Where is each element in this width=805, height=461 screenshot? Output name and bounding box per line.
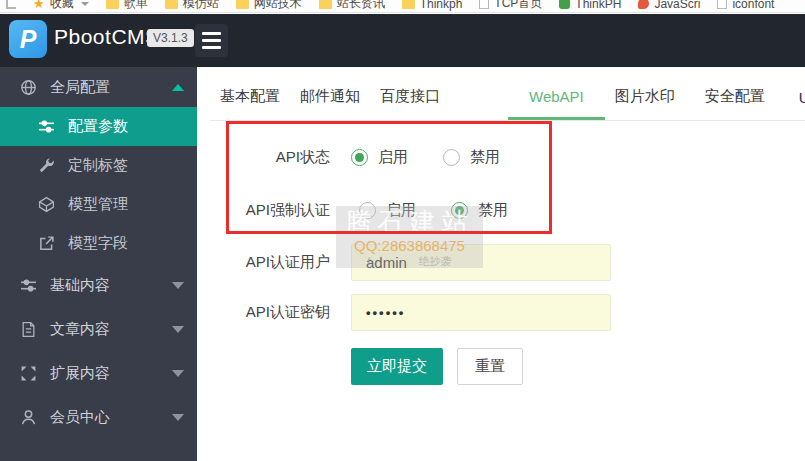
api-force-auth-enable-option[interactable]: 启用 [351, 201, 416, 220]
radio-option-label: 启用 [378, 148, 408, 167]
sidebar-item-global-config[interactable]: 全局配置 [0, 67, 197, 107]
api-status-disable-option[interactable]: 禁用 [443, 148, 500, 167]
api-status-label: API状态 [210, 148, 330, 167]
folder-icon [319, 0, 332, 9]
bookmark-label: 站长资讯 [337, 0, 385, 12]
bookmark-folder[interactable]: Thinkph [402, 0, 463, 11]
model-cube-icon [38, 196, 55, 213]
bookmark-folder[interactable]: 站长资讯 [319, 0, 385, 12]
caret-down-icon [172, 370, 184, 377]
caret-down-icon [172, 414, 184, 421]
sidebar-item-config-params[interactable]: 配置参数 [0, 107, 197, 146]
logo-p-glyph: P [20, 27, 37, 52]
folder-icon [236, 0, 249, 9]
hamburger-icon [202, 32, 221, 35]
browser-bookmarks-bar: ★ 收藏 歌单 模仿站 网站技术 站长资讯 Thinkph TCP首页 [0, 0, 805, 13]
version-badge: V3.1.3 [147, 29, 194, 47]
star-icon: ★ [33, 0, 45, 10]
api-user-row: API认证用户 [210, 244, 805, 281]
tab-basic-config[interactable]: 基本配置 [210, 87, 290, 120]
chevron-down-icon [81, 2, 89, 6]
bookmark-label: 收藏 [50, 0, 74, 12]
wrench-icon [38, 157, 55, 174]
page-icon [717, 0, 727, 9]
site-icon-green [559, 0, 570, 9]
sidebar-item-extend-content[interactable]: 扩展内容 [0, 351, 197, 395]
tab-image-watermark[interactable]: 图片水印 [605, 87, 685, 120]
content-area: 基本配置 邮件通知 百度接口 WebAPI 图片水印 安全配置 U API状态 … [197, 67, 805, 461]
site-icon-red [638, 0, 649, 9]
caret-up-icon [172, 84, 184, 91]
user-icon [20, 409, 37, 426]
sidebar-item-custom-tags[interactable]: 定制标签 [0, 146, 197, 185]
folder-icon [402, 0, 415, 9]
sidebar-item-label: 基础内容 [50, 276, 110, 295]
radio-unchecked-icon[interactable] [443, 149, 460, 166]
bookmark-label: ThinkPH [575, 0, 621, 11]
bookmark-folder[interactable]: 网站技术 [236, 0, 302, 12]
bookmark-label: JavaScri [654, 0, 700, 11]
sliders-icon [38, 118, 55, 135]
document-icon [20, 321, 37, 338]
sidebar-item-label: 全局配置 [50, 78, 110, 97]
bookmark-folder[interactable]: 模仿站 [165, 0, 219, 12]
sidebar-item-label: 模型字段 [68, 234, 128, 253]
sidebar-item-label: 配置参数 [68, 117, 128, 136]
bookmark-favorites[interactable]: ★ 收藏 [33, 0, 89, 12]
app-title: PbootCMS [54, 25, 160, 49]
bookmark-link[interactable]: iconfont [717, 0, 774, 11]
reset-button[interactable]: 重置 [457, 348, 523, 385]
sidebar-item-basic-content[interactable]: 基础内容 [0, 263, 197, 307]
radio-checked-icon[interactable] [351, 149, 368, 166]
submit-button[interactable]: 立即提交 [351, 348, 443, 385]
expand-icon [20, 365, 37, 382]
api-user-label: API认证用户 [210, 253, 330, 272]
sidebar-item-article-content[interactable]: 文章内容 [0, 307, 197, 351]
sidebar-item-label: 扩展内容 [50, 364, 110, 383]
page-icon [479, 0, 489, 9]
api-key-label: API认证密钥 [210, 303, 330, 322]
api-status-enable-option[interactable]: 启用 [351, 148, 408, 167]
sidebar-item-model-manage[interactable]: 模型管理 [0, 185, 197, 224]
bookmark-label: iconfont [732, 0, 774, 11]
radio-checked-icon[interactable] [451, 202, 468, 219]
bookmark-label: 网站技术 [254, 0, 302, 12]
sidebar-item-label: 模型管理 [68, 195, 128, 214]
sidebar-item-label: 定制标签 [68, 156, 128, 175]
bookmark-label: 模仿站 [183, 0, 219, 12]
external-link-icon [38, 235, 55, 252]
api-user-input[interactable] [351, 244, 611, 281]
tab-baidu-api[interactable]: 百度接口 [370, 87, 450, 120]
tab-security-config[interactable]: 安全配置 [695, 87, 775, 120]
tab-clipped[interactable]: U [789, 89, 805, 120]
config-tabs: 基本配置 邮件通知 百度接口 WebAPI 图片水印 安全配置 U [210, 67, 805, 121]
bookmark-link[interactable]: TCP首页 [479, 0, 542, 12]
radio-option-label: 禁用 [478, 201, 508, 220]
api-force-auth-label: API强制认证 [210, 201, 330, 220]
tab-mail-notify[interactable]: 邮件通知 [290, 87, 370, 120]
radio-option-label: 禁用 [470, 148, 500, 167]
pbootcms-logo[interactable]: P [9, 20, 47, 58]
api-key-row: API认证密钥 [210, 294, 805, 331]
api-force-auth-row: API强制认证 启用 禁用 [210, 195, 805, 225]
folder-icon [165, 0, 178, 9]
radio-option-label: 启用 [386, 201, 416, 220]
sidebar-item-member-center[interactable]: 会员中心 [0, 395, 197, 439]
sidebar-item-model-fields[interactable]: 模型字段 [0, 224, 197, 263]
folder-icon [106, 0, 119, 9]
bookmark-folder[interactable]: 歌单 [106, 0, 148, 12]
radio-unchecked-icon[interactable] [359, 202, 376, 219]
bookmark-label: 歌单 [124, 0, 148, 12]
browser-chrome-fragment [6, 0, 16, 9]
menu-toggle-button[interactable] [195, 24, 228, 57]
bookmark-link[interactable]: ThinkPH [559, 0, 621, 11]
bookmark-label: Thinkph [420, 0, 463, 11]
tab-webapi[interactable]: WebAPI [508, 88, 605, 120]
sidebar-item-label: 会员中心 [50, 408, 110, 427]
sliders-icon [20, 277, 37, 294]
bookmark-link[interactable]: JavaScri [638, 0, 700, 11]
sidebar-item-label: 文章内容 [50, 320, 110, 339]
api-key-input[interactable] [351, 294, 611, 331]
api-force-auth-disable-option[interactable]: 禁用 [451, 201, 508, 220]
app-header: P PbootCMS V3.1.3 [0, 14, 805, 67]
